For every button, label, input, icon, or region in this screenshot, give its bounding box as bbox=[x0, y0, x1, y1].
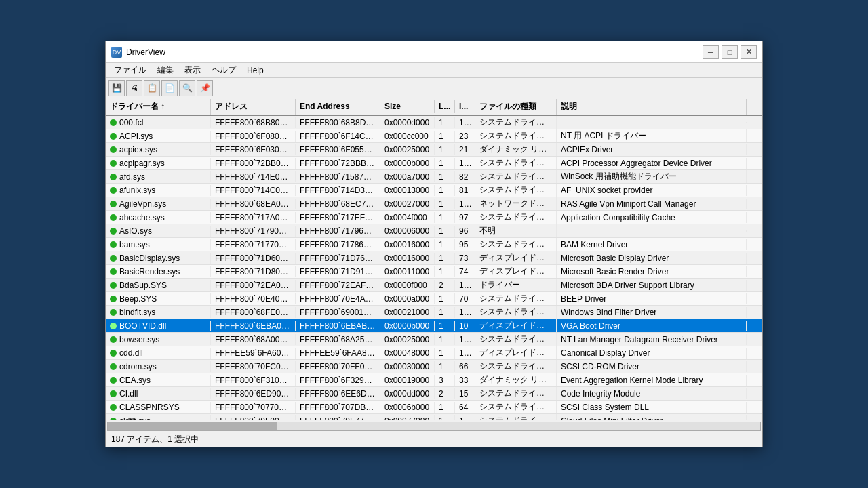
cell-driver: 000.fcl bbox=[106, 117, 211, 128]
table-row[interactable]: BasicDisplay.sys FFFFF800`71D60000 FFFFF… bbox=[106, 251, 762, 265]
toolbar-print[interactable]: 🖨 bbox=[126, 80, 142, 96]
cell-driver: CI.dll bbox=[106, 388, 211, 399]
col-header-i[interactable]: I... bbox=[455, 100, 475, 113]
table-row[interactable]: 000.fcl FFFFF800`68B80000 FFFFF800`68B8D… bbox=[106, 116, 762, 129]
table-row[interactable]: bindflt.sys FFFFF800`68FE0000 FFFFF800`6… bbox=[106, 306, 762, 319]
table-row[interactable]: Beep.SYS FFFFF800`70E40000 FFFFF800`70E4… bbox=[106, 292, 762, 306]
toolbar-copy[interactable]: 📋 bbox=[144, 80, 160, 96]
cell-endaddr: FFFFF800`68A25000 bbox=[296, 334, 380, 345]
cell-addr: FFFFF800`714C0000 bbox=[211, 185, 296, 196]
col-header-type[interactable]: ファイルの種類 bbox=[475, 99, 557, 115]
window-title: DriverView bbox=[126, 47, 165, 57]
cell-desc: Microsoft Basic Display Driver bbox=[557, 253, 747, 264]
table-row[interactable]: AsIO.sys FFFFF800`71790000 FFFFF800`7179… bbox=[106, 224, 762, 238]
cell-endaddr: FFFFF800`6F055000 bbox=[296, 144, 380, 155]
main-window: DV DriverView ─ □ ✕ ファイル 編集 表示 ヘルプ Help … bbox=[105, 41, 763, 447]
cell-l: 1 bbox=[435, 199, 455, 209]
menu-bar: ファイル 編集 表示 ヘルプ Help bbox=[106, 63, 762, 78]
cell-addr: FFFFF800`717A0000 bbox=[211, 212, 296, 223]
cell-desc bbox=[557, 122, 747, 123]
cell-l: 1 bbox=[435, 171, 455, 182]
cell-type: ディスプレイドライバー bbox=[475, 251, 557, 264]
table-row[interactable]: BOOTVID.dll FFFFF800`6EBA0000 FFFFF800`6… bbox=[106, 319, 762, 333]
cell-endaddr: FFFFF800`71786000 bbox=[296, 239, 380, 250]
maximize-button[interactable]: □ bbox=[722, 45, 738, 59]
table-row[interactable]: bam.sys FFFFF800`71770000 FFFFF800`71786… bbox=[106, 238, 762, 251]
cell-driver: bowser.sys bbox=[106, 334, 211, 345]
table-row[interactable]: CEA.sys FFFFF800`6F310000 FFFFF800`6F329… bbox=[106, 373, 762, 387]
cell-driver: bam.sys bbox=[106, 239, 211, 250]
cell-driver: BdaSup.SYS bbox=[106, 280, 211, 291]
col-header-driver[interactable]: ドライバー名 ↑ bbox=[106, 99, 211, 115]
col-header-address[interactable]: アドレス bbox=[211, 99, 296, 115]
cell-size: 0x00021000 bbox=[380, 307, 435, 318]
cell-type: ディスプレイドライバー bbox=[475, 265, 557, 278]
table-row[interactable]: ahcache.sys FFFFF800`717A0000 FFFFF800`7… bbox=[106, 211, 762, 224]
cell-size: 0x0000d000 bbox=[380, 117, 435, 128]
toolbar: 💾 🖨 📋 📄 🔍 📌 bbox=[106, 78, 762, 98]
cell-type: ディスプレイドライバー bbox=[475, 346, 557, 359]
menu-file[interactable]: ファイル bbox=[108, 63, 152, 77]
cell-i: 74 bbox=[455, 266, 475, 277]
cell-addr: FFFFF800`68FE0000 bbox=[211, 307, 296, 318]
cell-l: 2 bbox=[435, 388, 455, 399]
cell-addr: FFFFF800`6ED90000 bbox=[211, 388, 296, 399]
menu-view[interactable]: 表示 bbox=[179, 63, 206, 77]
menu-edit[interactable]: 編集 bbox=[152, 63, 179, 77]
toolbar-report[interactable]: 📄 bbox=[161, 80, 178, 96]
toolbar-search[interactable]: 🔍 bbox=[179, 80, 195, 96]
table-row[interactable]: afunix.sys FFFFF800`714C0000 FFFFF800`71… bbox=[106, 184, 762, 197]
cell-i: 81 bbox=[455, 185, 475, 196]
table-row[interactable]: BdaSup.SYS FFFFF800`72EA0000 FFFFF800`72… bbox=[106, 279, 762, 292]
col-header-desc[interactable]: 説明 bbox=[557, 99, 747, 115]
cell-size: 0x0000a000 bbox=[380, 293, 435, 304]
table-row[interactable]: cldflt.sys FFFFF800`70F00000 FFFFF800`70… bbox=[106, 414, 762, 420]
cell-l: 1 bbox=[435, 212, 455, 223]
cell-driver: BasicRender.sys bbox=[106, 266, 211, 277]
table-row[interactable]: cdrom.sys FFFFF800`70FC0000 FFFFF800`70F… bbox=[106, 360, 762, 373]
table-container: ドライバー名 ↑ アドレス End Address Size L... I...… bbox=[106, 98, 762, 420]
cell-type: ダイナミック リンク ライブラリ bbox=[475, 373, 557, 386]
table-row[interactable]: BasicRender.sys FFFFF800`71D80000 FFFFF8… bbox=[106, 265, 762, 279]
cell-desc: BEEP Driver bbox=[557, 293, 747, 304]
cell-endaddr: FFFFF800`6EE6D000 bbox=[296, 388, 380, 399]
cell-type: システムドライバー bbox=[475, 333, 557, 346]
cell-l: 2 bbox=[435, 280, 455, 291]
cell-desc: ACPI Processor Aggregator Device Driver bbox=[557, 158, 747, 169]
cell-desc: NT Lan Manager Datagram Receiver Driver bbox=[557, 334, 747, 345]
table-row[interactable]: bowser.sys FFFFF800`68A00000 FFFFF800`68… bbox=[106, 333, 762, 346]
cell-endaddr: FFFFF800`72BBB000 bbox=[296, 158, 380, 169]
horizontal-scrollbar[interactable] bbox=[107, 422, 761, 431]
menu-help-en[interactable]: Help bbox=[241, 64, 269, 77]
cell-desc: Code Integrity Module bbox=[557, 388, 747, 399]
table-row[interactable]: ACPI.sys FFFFF800`6F080000 FFFFF800`6F14… bbox=[106, 129, 762, 143]
table-row[interactable]: acpiex.sys FFFFF800`6F030000 FFFFF800`6F… bbox=[106, 143, 762, 157]
cell-type: ネットワークドライバー bbox=[475, 197, 557, 210]
table-row[interactable]: cdd.dll FFFFEE59`6FA60000 FFFFEE59`6FAA8… bbox=[106, 346, 762, 360]
cell-l: 1 bbox=[435, 239, 455, 250]
cell-size: 0x00027000 bbox=[380, 199, 435, 209]
cell-desc: VGA Boot Driver bbox=[557, 321, 747, 331]
col-header-l[interactable]: L... bbox=[435, 100, 455, 113]
toolbar-pin[interactable]: 📌 bbox=[197, 80, 213, 96]
table-body[interactable]: 000.fcl FFFFF800`68B80000 FFFFF800`68B8D… bbox=[106, 116, 762, 420]
cell-driver: BasicDisplay.sys bbox=[106, 253, 211, 264]
cell-endaddr: FFFFF800`71587000 bbox=[296, 171, 380, 182]
cell-addr: FFFFF800`71790000 bbox=[211, 226, 296, 237]
col-header-endaddress[interactable]: End Address bbox=[296, 100, 380, 113]
cell-desc: Application Compatibility Cache bbox=[557, 212, 747, 223]
table-row[interactable]: acpipagr.sys FFFFF800`72BB0000 FFFFF800`… bbox=[106, 157, 762, 170]
table-row[interactable]: afd.sys FFFFF800`714E0000 FFFFF800`71587… bbox=[106, 170, 762, 184]
menu-help-jp[interactable]: ヘルプ bbox=[206, 63, 241, 77]
table-row[interactable]: CLASSPNRSYS FFFFF800`70770000 FFFFF800`7… bbox=[106, 401, 762, 414]
table-row[interactable]: CI.dll FFFFF800`6ED90000 FFFFF800`6EE6D0… bbox=[106, 387, 762, 401]
cell-addr: FFFFF800`68EA0000 bbox=[211, 199, 296, 209]
table-row[interactable]: AgileVpn.sys FFFFF800`68EA0000 FFFFF800`… bbox=[106, 197, 762, 211]
cell-desc: ACPIEx Driver bbox=[557, 144, 747, 155]
close-button[interactable]: ✕ bbox=[741, 45, 757, 59]
minimize-button[interactable]: ─ bbox=[703, 45, 719, 59]
toolbar-save[interactable]: 💾 bbox=[108, 80, 125, 96]
cell-type: システムドライバー bbox=[475, 184, 557, 197]
cell-addr: FFFFF800`71D80000 bbox=[211, 266, 296, 277]
col-header-size[interactable]: Size bbox=[380, 100, 435, 113]
